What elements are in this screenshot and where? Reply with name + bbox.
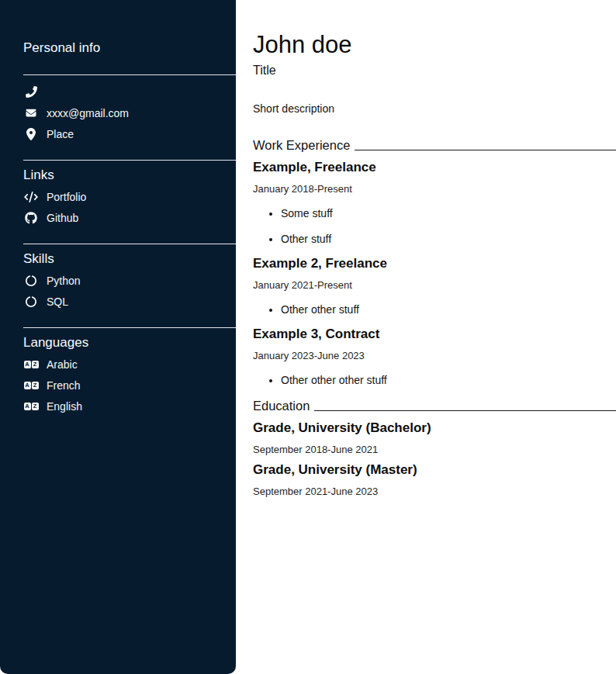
- personal-info-heading: Personal info: [23, 40, 236, 56]
- language-icon-letter: A: [24, 382, 31, 389]
- bullet-item: Other other stuff: [281, 303, 616, 316]
- language-row-english: AZ English: [23, 396, 236, 416]
- github-link-row[interactable]: Github: [23, 207, 236, 228]
- portfolio-link-label[interactable]: Portfolio: [47, 191, 86, 203]
- education-section-heading: Education: [253, 399, 616, 413]
- skills-heading: Skills: [23, 251, 236, 267]
- languages-heading: Languages: [23, 335, 236, 351]
- resume-body: John doe Title Short description Work Ex…: [236, 0, 616, 674]
- divider: [23, 327, 236, 328]
- language-icon: AZ: [23, 361, 39, 368]
- sidebar: Personal info xxxx@gmail.com Place Links: [0, 0, 236, 674]
- language-icon-letter: Z: [32, 382, 39, 389]
- education-heading-label: Education: [253, 399, 310, 413]
- circle-notch-icon: [23, 275, 39, 286]
- education-entry-title: Grade, University (Bachelor): [253, 420, 616, 435]
- work-entry-bullets: Other other stuff: [253, 303, 616, 316]
- code-icon: [23, 192, 39, 202]
- work-entry-bullets: Some stuff Other stuff: [253, 207, 616, 245]
- language-icon-letter: Z: [32, 361, 39, 368]
- skill-row-sql: SQL: [23, 291, 236, 312]
- section-heading-rule: [355, 150, 616, 150]
- language-row-french: AZ French: [23, 375, 236, 396]
- work-entry-title: Example 2, Freelance: [253, 256, 616, 271]
- bullet-item: Other stuff: [281, 233, 616, 245]
- language-row-arabic: AZ Arabic: [23, 354, 236, 375]
- work-experience-heading-label: Work Experience: [253, 138, 350, 153]
- section-heading-rule: [314, 410, 616, 411]
- language-label-english: English: [47, 400, 82, 413]
- work-entry-dates: January 2021-Present: [253, 279, 616, 291]
- education-entry-title: Grade, University (Master): [253, 462, 616, 477]
- circle-notch-icon: [23, 296, 39, 307]
- short-description: Short description: [253, 102, 616, 115]
- language-icon-letter: Z: [32, 403, 39, 410]
- divider: [23, 74, 236, 75]
- person-title: Title: [253, 64, 616, 78]
- education-entry-dates: September 2021-June 2023: [253, 486, 616, 497]
- skill-label-python: Python: [47, 275, 81, 287]
- language-icon-letter: A: [24, 403, 31, 410]
- phone-row: [23, 81, 236, 102]
- place-row: Place: [23, 123, 236, 144]
- email-label[interactable]: xxxx@gmail.com: [47, 107, 129, 119]
- place-label: Place: [47, 128, 74, 140]
- person-name: John doe: [253, 33, 616, 57]
- email-row[interactable]: xxxx@gmail.com: [23, 102, 236, 123]
- bullet-item: Some stuff: [281, 207, 616, 219]
- bullet-item: Other other other stuff: [281, 374, 616, 386]
- work-entry-title: Example, Freelance: [253, 160, 616, 175]
- divider: [23, 244, 236, 244]
- language-icon-letter: A: [24, 361, 31, 368]
- resume-page: Personal info xxxx@gmail.com Place Links: [0, 0, 616, 674]
- language-icon: AZ: [23, 382, 39, 389]
- divider: [23, 160, 236, 161]
- work-entry-bullets: Other other other stuff: [253, 374, 616, 386]
- portfolio-link-row[interactable]: Portfolio: [23, 186, 236, 207]
- skill-row-python: Python: [23, 270, 236, 291]
- skill-label-sql: SQL: [47, 296, 68, 308]
- language-icon: AZ: [23, 403, 39, 410]
- map-marker-icon: [23, 128, 39, 140]
- phone-icon: [23, 86, 39, 98]
- education-entry-dates: September 2018-June 2021: [253, 444, 616, 455]
- github-icon: [23, 212, 39, 224]
- language-label-french: French: [47, 379, 81, 392]
- work-entry-title: Example 3, Contract: [253, 327, 616, 341]
- envelope-icon: [23, 108, 39, 118]
- language-label-arabic: Arabic: [47, 358, 78, 371]
- work-entry-dates: January 2018-Present: [253, 183, 616, 195]
- work-entry-dates: January 2023-June 2023: [253, 350, 616, 361]
- links-heading: Links: [23, 168, 236, 183]
- github-link-label[interactable]: Github: [47, 212, 78, 224]
- work-experience-section-heading: Work Experience: [253, 138, 616, 153]
